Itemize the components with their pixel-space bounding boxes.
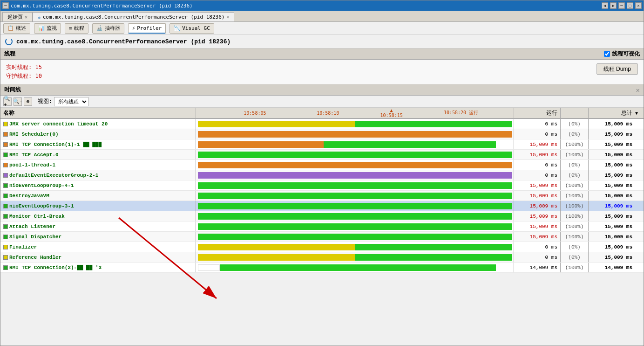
thread-runtime: 15,009 ms	[530, 142, 557, 147]
thread-runtime-cell: 15,009 ms	[514, 221, 561, 231]
table-row[interactable]: RMI Scheduler(0) 0 ms (0%) 15,009 ms	[0, 129, 644, 139]
thread-runtime-cell: 15,009 ms	[514, 201, 561, 211]
zoom-in-btn[interactable]: 🔍+	[3, 97, 12, 106]
table-row[interactable]: Attach Listener 15,009 ms (100%) 15,009 …	[0, 221, 644, 232]
thread-total-cell: 15,009 ms	[589, 170, 635, 180]
tab-main-close[interactable]: ✕	[226, 14, 229, 20]
thread-total: 15,009 ms	[605, 173, 632, 178]
zoom-fit-btn[interactable]: ⊕	[24, 97, 32, 106]
table-row[interactable]: RMI TCP Connection(2)-██ ██ '3 14,009 ms…	[0, 263, 644, 273]
thread-runtime: 15,009 ms	[530, 224, 557, 229]
thread-runtime: 15,009 ms	[530, 152, 557, 158]
thread-total: 15,009 ms	[605, 183, 632, 188]
table-header-row: 名称 10:58:05 10:58:10 ▲ 10:58:15 10:58:20…	[0, 108, 644, 119]
profiler-label: Profiler	[137, 25, 162, 31]
thread-status-icon	[3, 214, 8, 219]
thread-status-icon	[3, 224, 8, 229]
thread-timeline-cell	[196, 211, 514, 221]
tab-icon: ☕	[38, 14, 41, 20]
toolbar-sampler[interactable]: 🔬 抽样器	[92, 23, 124, 34]
table-row[interactable]: Finalizer 0 ms (0%) 15,009 ms	[0, 242, 644, 252]
thread-pct: (100%)	[565, 265, 584, 270]
thread-status-icon	[3, 173, 8, 178]
thread-name-cell: Reference Handler	[0, 252, 196, 262]
thread-name: RMI TCP Connection(2)-██ ██ '3	[9, 265, 102, 270]
window-close-btn[interactable]: ✕	[635, 2, 642, 9]
thread-runtime: 15,009 ms	[530, 203, 557, 209]
table-row[interactable]: RMI TCP Accept-0 15,009 ms (100%) 15,009…	[0, 150, 644, 160]
zoom-out-btn[interactable]: 🔍-	[14, 97, 22, 106]
tab-start[interactable]: 起始页 ✕	[2, 12, 33, 21]
table-row[interactable]: defaultEventExecutorGroup-2-1 0 ms (0%) …	[0, 170, 644, 180]
thread-pct: (0%)	[568, 173, 580, 178]
tabbar: 起始页 ✕ ☕ com.mx.tuning.case8.ConcurrentPe…	[0, 11, 644, 22]
thread-timeline-cell	[196, 180, 514, 190]
thread-runtime-cell: 0 ms	[514, 119, 561, 129]
table-row[interactable]: nioEventLoopGroup-4-1 15,009 ms (100%) 1…	[0, 180, 644, 191]
window-maximize-btn[interactable]: □	[627, 2, 633, 9]
thread-total-cell: 15,009 ms	[589, 129, 635, 139]
tab-start-label: 起始页	[7, 14, 23, 21]
table-row[interactable]: DestroyJavaVM 15,009 ms (100%) 15,009 ms	[0, 191, 644, 201]
thread-timeline-cell	[196, 242, 514, 252]
thread-runtime-cell: 15,009 ms	[514, 139, 561, 149]
thread-timeline-cell	[196, 221, 514, 231]
toolbar-threads[interactable]: ≡ 线程	[65, 23, 88, 34]
thread-name: Monitor Ctrl-Break	[9, 214, 65, 219]
nav-back-btn[interactable]: ◀	[602, 2, 608, 9]
main-window: ─ com.mx.tuning.case8.ConcurrentPerforma…	[0, 0, 644, 346]
thread-visible-checkbox[interactable]	[604, 51, 610, 57]
toolbar-visualgc[interactable]: 📉 Visual GC	[169, 23, 214, 34]
thread-name-cell: nioEventLoopGroup-3-1	[0, 201, 196, 211]
thread-timeline-cell	[196, 252, 514, 262]
col-header-name: 名称	[0, 108, 196, 118]
thread-dump-button[interactable]: 线程 Dump	[597, 63, 638, 75]
thread-name: JMX server connection timeout 20	[9, 121, 108, 127]
table-row[interactable]: JMX server connection timeout 20 0 ms (0…	[0, 119, 644, 129]
nav-forward-btn[interactable]: ▶	[610, 2, 617, 9]
thread-pct: (100%)	[565, 142, 584, 147]
titlebar: ─ com.mx.tuning.case8.ConcurrentPerforma…	[0, 0, 644, 11]
section-threads-header: 线程 线程可视化	[0, 48, 644, 60]
table-row[interactable]: nioEventLoopGroup-3-1 15,009 ms (100%) 1…	[0, 201, 644, 211]
table-row[interactable]: pool-1-thread-1 0 ms (0%) 15,009 ms	[0, 160, 644, 170]
toolbar-profiler[interactable]: ⚡ Profiler	[128, 23, 166, 34]
thread-status-icon	[3, 265, 8, 270]
thread-total: 14,009 ms	[605, 265, 632, 270]
thread-info-bar: 实时线程: 15 守护线程: 10 线程 Dump	[0, 60, 644, 84]
tab-start-close[interactable]: ✕	[25, 14, 27, 20]
thread-timeline-cell	[196, 139, 514, 149]
thread-name: Attach Listener	[9, 224, 55, 229]
thread-timeline-cell	[196, 150, 514, 159]
thread-total-cell: 15,009 ms	[589, 252, 635, 262]
thread-pct: (0%)	[568, 162, 580, 168]
table-row[interactable]: RMI TCP Connection(1)-1 ██ ███ 15,009 ms…	[0, 139, 644, 150]
thread-runtime: 0 ms	[545, 255, 557, 260]
timeline-header: 时间线 ✕	[0, 84, 644, 96]
table-row[interactable]: Signal Dispatcher 15,009 ms (100%) 15,00…	[0, 232, 644, 242]
thread-name: DestroyJavaVM	[9, 193, 49, 199]
thread-pct-cell: (100%)	[561, 221, 589, 231]
table-row[interactable]: Reference Handler 0 ms (0%) 15,009 ms	[0, 252, 644, 263]
window-minimize-btn[interactable]: ─	[618, 2, 625, 9]
tab-main[interactable]: ☕ com.mx.tuning.case8.ConcurrentPerforma…	[33, 12, 234, 21]
toolbar-monitor[interactable]: 📊 监视	[34, 23, 61, 34]
profiler-icon: ⚡	[132, 25, 136, 31]
thread-pct-cell: (100%)	[561, 232, 589, 242]
window-title: com.mx.tuning.case8.ConcurrentPerformanc…	[11, 3, 600, 9]
loading-spinner	[5, 38, 13, 45]
thread-status-icon	[3, 194, 8, 198]
thread-name: RMI Scheduler(0)	[9, 131, 59, 137]
minimize-btn[interactable]: ─	[2, 2, 9, 9]
col-header-runtime: 运行	[514, 108, 561, 118]
table-row[interactable]: Monitor Ctrl-Break 15,009 ms (100%) 15,0…	[0, 211, 644, 221]
thread-total: 15,009 ms	[605, 142, 632, 147]
thread-pct-cell: (100%)	[561, 211, 589, 221]
thread-total-cell: 15,009 ms	[589, 191, 635, 201]
toolbar-overview[interactable]: 📋 概述	[3, 23, 30, 34]
thread-total: 15,009 ms	[605, 193, 632, 199]
thread-visible-control[interactable]: 线程可视化	[604, 50, 640, 58]
view-select[interactable]: 所有线程	[54, 97, 88, 106]
timeline-close-icon[interactable]: ✕	[636, 86, 640, 94]
app-title: com.mx.tuning.case8.ConcurrentPerformanc…	[16, 38, 230, 45]
